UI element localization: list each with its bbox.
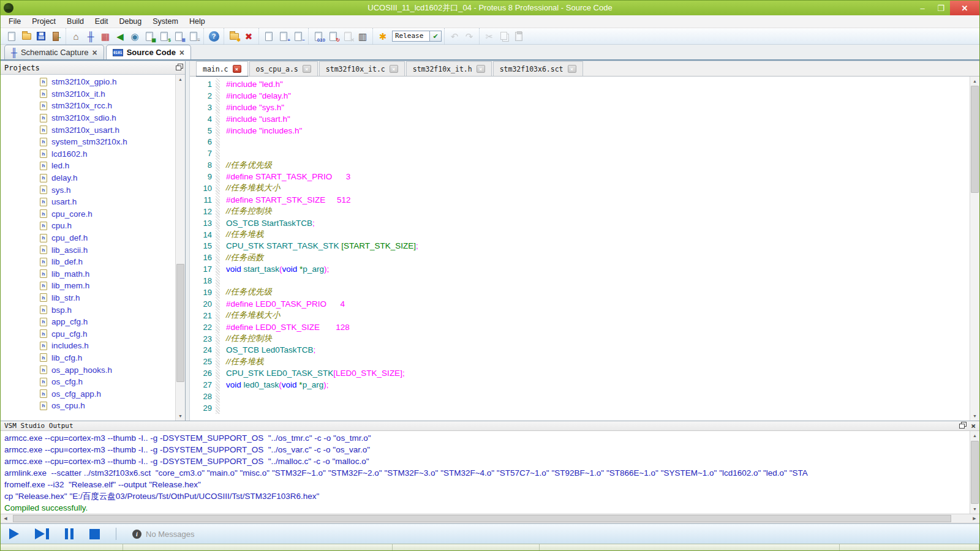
close-tab-icon[interactable]: × xyxy=(179,48,184,58)
close-tab-icon[interactable]: × xyxy=(92,48,97,58)
pause-button[interactable] xyxy=(65,528,74,539)
editor-tab-os_cpu_a.s[interactable]: os_cpu_a.s× xyxy=(249,61,318,76)
menu-item-debug[interactable]: Debug xyxy=(113,16,147,27)
tree-item-system_stm32f10x.h[interactable]: hsystem_stm32f10x.h xyxy=(1,136,175,148)
tree-item-lib_def.h[interactable]: hlib_def.h xyxy=(1,256,175,268)
scroll-up-icon[interactable]: ▲ xyxy=(970,431,979,440)
report-icon[interactable]: ≡ xyxy=(186,29,201,43)
close-tab-icon[interactable]: × xyxy=(568,65,576,73)
tree-item-stm32f10x_rcc.h[interactable]: hstm32f10x_rcc.h xyxy=(1,100,175,112)
close-panel-icon[interactable]: × xyxy=(971,422,976,430)
add-source-file-icon[interactable]: + xyxy=(276,29,291,43)
output-hscrollbar[interactable]: ◀ ▶ xyxy=(1,514,979,523)
tree-item-cpu.h[interactable]: hcpu.h xyxy=(1,220,175,232)
float-panel-icon[interactable] xyxy=(959,424,965,429)
tree-item-stm32f10x_gpio.h[interactable]: hstm32f10x_gpio.h xyxy=(1,76,175,88)
tree-item-includes.h[interactable]: hincludes.h xyxy=(1,340,175,352)
close-tab-icon[interactable]: × xyxy=(390,65,398,73)
scrollbar-thumb[interactable] xyxy=(971,441,979,504)
release-combo[interactable]: Release✔ xyxy=(392,31,442,42)
tree-item-os_cpu.h[interactable]: hos_cpu.h xyxy=(1,400,175,412)
save-icon[interactable] xyxy=(34,29,48,43)
tree-item-delay.h[interactable]: hdelay.h xyxy=(1,172,175,184)
editor-tab-stm32f103x6.sct[interactable]: stm32f103x6.sct× xyxy=(493,61,583,76)
release-combo-value[interactable]: Release xyxy=(392,31,430,42)
code-editor[interactable]: 1#include "led.h"2#include "delay.h"3#in… xyxy=(190,77,970,421)
new-document-icon[interactable] xyxy=(4,29,19,43)
new-source-file-icon[interactable] xyxy=(262,29,276,43)
scrollbar-thumb[interactable] xyxy=(176,264,184,382)
scroll-up-icon[interactable]: ▲ xyxy=(970,77,979,86)
tree-item-lib_str.h[interactable]: hlib_str.h xyxy=(1,292,175,304)
exit-icon[interactable] xyxy=(48,29,63,43)
menu-item-build[interactable]: Build xyxy=(61,16,89,27)
electrical-rule-check-icon[interactable]: ≣ xyxy=(172,29,186,43)
editor-tab-stm32f10x_it.c[interactable]: stm32f10x_it.c× xyxy=(319,61,405,76)
tree-item-os_app_hooks.h[interactable]: hos_app_hooks.h xyxy=(1,364,175,376)
tree-item-stm32f10x_usart.h[interactable]: hstm32f10x_usart.h xyxy=(1,124,175,136)
editor-scrollbar[interactable]: ▲ ▼ xyxy=(970,77,979,421)
debug-ic-icon[interactable]: ▥ xyxy=(355,29,370,43)
tree-item-os_cfg.h[interactable]: hos_cfg.h xyxy=(1,376,175,388)
scroll-right-icon[interactable]: ▶ xyxy=(970,516,979,521)
tree-item-cpu_core.h[interactable]: hcpu_core.h xyxy=(1,208,175,220)
help-icon[interactable]: ? xyxy=(206,29,221,43)
menu-item-file[interactable]: File xyxy=(3,16,26,27)
tree-item-lib_mem.h[interactable]: hlib_mem.h xyxy=(1,280,175,292)
tree-item-led.h[interactable]: hled.h xyxy=(1,160,175,172)
stop-button[interactable] xyxy=(89,529,100,539)
schematic-capture-icon[interactable]: ╫ xyxy=(83,29,98,43)
float-panel-icon[interactable] xyxy=(176,66,181,70)
rebuild-project-icon[interactable]: ↻ xyxy=(326,29,341,43)
scrollbar-thumb[interactable] xyxy=(971,86,979,193)
tree-item-app_cfg.h[interactable]: happ_cfg.h xyxy=(1,316,175,328)
bill-of-materials-icon[interactable]: $ xyxy=(157,29,172,43)
output-scrollbar[interactable]: ▲ ▼ xyxy=(970,431,979,514)
remove-source-file-icon[interactable]: − xyxy=(291,29,306,43)
menu-item-edit[interactable]: Edit xyxy=(89,16,114,27)
close-tab-icon[interactable]: × xyxy=(477,65,485,73)
tab-schematic-capture[interactable]: ╫Schematic Capture× xyxy=(4,45,104,59)
tab-source-code[interactable]: 0101Source Code× xyxy=(106,45,191,59)
build-project-icon[interactable]: 010 xyxy=(311,29,326,43)
scrollbar-thumb[interactable] xyxy=(13,515,951,522)
scroll-down-icon[interactable]: ▼ xyxy=(176,411,185,421)
scroll-left-icon[interactable]: ◀ xyxy=(1,516,10,521)
vsm-open-project-icon[interactable]: ✱ xyxy=(227,29,241,43)
pcb-layout-icon[interactable]: ▦ xyxy=(98,29,113,43)
close-tab-icon[interactable]: × xyxy=(233,65,241,73)
menu-item-project[interactable]: Project xyxy=(26,16,61,27)
scroll-down-icon[interactable]: ▼ xyxy=(970,504,979,514)
tree-item-usart.h[interactable]: husart.h xyxy=(1,196,175,208)
vsm-close-project-icon[interactable]: ✖ xyxy=(241,29,256,43)
settings-gear-icon[interactable]: ✱ xyxy=(375,29,390,43)
tree-item-os_cfg_app.h[interactable]: hos_cfg_app.h xyxy=(1,388,175,400)
open-folder-icon[interactable] xyxy=(19,29,34,43)
tree-item-stm32f10x_sdio.h[interactable]: hstm32f10x_sdio.h xyxy=(1,112,175,124)
menu-item-system[interactable]: System xyxy=(147,16,184,27)
tree-item-bsp.h[interactable]: hbsp.h xyxy=(1,304,175,316)
design-explorer-icon[interactable]: ▦ xyxy=(142,29,157,43)
tree-item-cpu_cfg.h[interactable]: hcpu_cfg.h xyxy=(1,328,175,340)
tree-item-sys.h[interactable]: hsys.h xyxy=(1,184,175,196)
tree-item-cpu_def.h[interactable]: hcpu_def.h xyxy=(1,232,175,244)
editor-tab-stm32f10x_it.h[interactable]: stm32f10x_it.h× xyxy=(406,61,492,76)
tree-item-lcd1602.h[interactable]: hlcd1602.h xyxy=(1,148,175,160)
tree-item-lib_ascii.h[interactable]: hlib_ascii.h xyxy=(1,244,175,256)
scroll-up-icon[interactable]: ▲ xyxy=(176,75,185,84)
scroll-down-icon[interactable]: ▼ xyxy=(970,411,979,421)
message-status[interactable]: i No Messages xyxy=(132,530,194,539)
home-icon[interactable]: ⌂ xyxy=(69,29,83,43)
step-button[interactable] xyxy=(35,528,49,539)
3d-viewer-icon[interactable]: ◉ xyxy=(127,29,142,43)
editor-tab-main.c[interactable]: main.c× xyxy=(196,61,248,76)
play-button[interactable] xyxy=(9,528,19,539)
tree-item-lib_math.h[interactable]: hlib_math.h xyxy=(1,268,175,280)
close-tab-icon[interactable]: × xyxy=(303,65,311,73)
simulation-icon[interactable]: ◀ xyxy=(113,29,127,43)
tree-item-stm32f10x_it.h[interactable]: hstm32f10x_it.h xyxy=(1,88,175,100)
release-combo-dropdown[interactable]: ✔ xyxy=(430,31,442,42)
tree-item-lib_cfg.h[interactable]: hlib_cfg.h xyxy=(1,352,175,364)
menu-item-help[interactable]: Help xyxy=(184,16,211,27)
projects-scrollbar[interactable]: ▲ ▼ xyxy=(175,75,185,421)
